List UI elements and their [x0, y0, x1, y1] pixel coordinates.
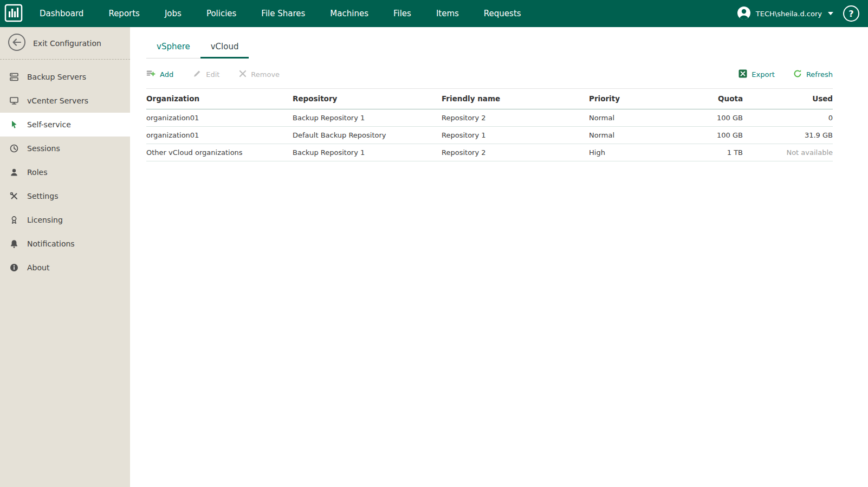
nav-requests[interactable]: Requests [471, 0, 534, 27]
help-label: ? [848, 9, 853, 19]
tab-vsphere[interactable]: vSphere [146, 37, 200, 59]
cell-organization: organization01 [146, 109, 293, 127]
sidebar-item-notifications[interactable]: Notifications [0, 232, 130, 256]
backup-servers-icon [9, 72, 20, 82]
sidebar-item-sessions[interactable]: Sessions [0, 137, 130, 160]
toolbar: Add Edit Remove [146, 69, 833, 80]
excel-export-icon [739, 69, 747, 80]
licensing-icon [9, 215, 20, 225]
column-header-used[interactable]: Used [743, 89, 833, 109]
remove-button[interactable]: Remove [239, 70, 280, 79]
settings-icon [9, 191, 20, 201]
sidebar-item-label: Settings [27, 192, 58, 200]
sidebar-item-label: About [27, 263, 49, 272]
nav-dashboard[interactable]: Dashboard [27, 0, 96, 27]
user-avatar-icon [737, 6, 751, 22]
top-nav: Dashboard Reports Jobs Policies File Sha… [27, 0, 534, 27]
sidebar-menu: Backup Servers vCenter Servers Self-s [0, 60, 130, 280]
column-header-repository[interactable]: Repository [293, 89, 442, 109]
column-header-priority[interactable]: Priority [589, 89, 686, 109]
page-layout: Exit Configuration Backup Servers [0, 27, 868, 487]
sidebar-item-backup-servers[interactable]: Backup Servers [0, 65, 130, 89]
cell-used: Not available [743, 144, 833, 161]
nav-reports[interactable]: Reports [96, 0, 152, 27]
table-row[interactable]: organization01 Backup Repository 1 Repos… [146, 109, 833, 127]
cell-friendly-name: Repository 2 [442, 144, 589, 161]
refresh-button[interactable]: Refresh [793, 69, 833, 80]
add-icon [146, 69, 156, 80]
sessions-icon [9, 144, 20, 153]
export-label: Export [752, 70, 775, 79]
cell-friendly-name: Repository 1 [442, 127, 589, 144]
sidebar-item-settings[interactable]: Settings [0, 184, 130, 208]
refresh-label: Refresh [806, 70, 833, 79]
nav-policies[interactable]: Policies [194, 0, 249, 27]
export-button[interactable]: Export [739, 69, 775, 80]
top-navigation-bar: Dashboard Reports Jobs Policies File Sha… [0, 0, 868, 27]
user-name: TECH\sheila.d.cory [756, 10, 822, 18]
chevron-down-icon [828, 12, 833, 15]
notifications-icon [9, 239, 20, 249]
remove-label: Remove [251, 70, 280, 79]
tab-vcloud[interactable]: vCloud [200, 37, 249, 59]
app-logo[interactable] [0, 4, 27, 24]
sidebar-item-label: Licensing [27, 216, 63, 224]
sidebar-item-label: vCenter Servers [27, 96, 88, 105]
cell-repository: Default Backup Repository [293, 127, 442, 144]
sidebar-item-roles[interactable]: Roles [0, 160, 130, 184]
nav-jobs[interactable]: Jobs [152, 0, 194, 27]
column-header-organization[interactable]: Organization [146, 89, 293, 109]
cell-used: 0 [743, 109, 833, 127]
nav-machines[interactable]: Machines [318, 0, 381, 27]
cell-quota: 100 GB [686, 109, 743, 127]
tab-bar: vSphere vCloud [146, 37, 249, 59]
sidebar-item-label: Notifications [27, 239, 75, 248]
configuration-sidebar: Exit Configuration Backup Servers [0, 27, 130, 487]
add-label: Add [160, 70, 173, 79]
topbar-right-area: TECH\sheila.d.cory ? [737, 5, 868, 22]
cell-quota: 1 TB [686, 144, 743, 161]
sidebar-item-about[interactable]: About [0, 256, 130, 280]
enterprise-manager-logo-icon [4, 4, 23, 24]
cell-organization: organization01 [146, 127, 293, 144]
sidebar-item-vcenter-servers[interactable]: vCenter Servers [0, 89, 130, 113]
toolbar-right-group: Export Refresh [720, 69, 833, 80]
edit-button[interactable]: Edit [193, 69, 219, 80]
main-content: vSphere vCloud Add [130, 27, 868, 487]
user-menu[interactable]: TECH\sheila.d.cory [737, 6, 833, 22]
sidebar-item-self-service[interactable]: Self-service [0, 113, 130, 137]
edit-label: Edit [206, 70, 219, 79]
column-header-friendly-name[interactable]: Friendly name [442, 89, 589, 109]
sidebar-item-licensing[interactable]: Licensing [0, 208, 130, 232]
nav-files[interactable]: Files [381, 0, 424, 27]
self-service-icon [9, 120, 20, 129]
cell-used: 31.9 GB [743, 127, 833, 144]
sidebar-item-label: Sessions [27, 144, 60, 153]
cell-priority: Normal [589, 127, 686, 144]
vcenter-servers-icon [9, 96, 20, 106]
column-header-quota[interactable]: Quota [686, 89, 743, 109]
sidebar-item-label: Self-service [27, 120, 71, 129]
table-row[interactable]: Other vCloud organizations Backup Reposi… [146, 144, 833, 161]
edit-pencil-icon [193, 69, 202, 80]
nav-file-shares[interactable]: File Shares [249, 0, 318, 27]
cell-priority: Normal [589, 109, 686, 127]
cell-friendly-name: Repository 2 [442, 109, 589, 127]
cell-priority: High [589, 144, 686, 161]
exit-configuration-label: Exit Configuration [33, 39, 101, 48]
cell-quota: 100 GB [686, 127, 743, 144]
remove-x-icon [239, 70, 247, 79]
add-button[interactable]: Add [146, 69, 173, 80]
sidebar-item-label: Roles [27, 168, 47, 177]
table-header-row: Organization Repository Friendly name Pr… [146, 89, 833, 109]
roles-icon [9, 167, 20, 177]
help-button[interactable]: ? [843, 5, 859, 22]
toolbar-left-group: Add Edit Remove [146, 69, 299, 80]
cell-repository: Backup Repository 1 [293, 144, 442, 161]
exit-configuration-button[interactable]: Exit Configuration [0, 27, 130, 60]
quota-table: Organization Repository Friendly name Pr… [146, 88, 833, 161]
back-arrow-icon [8, 33, 26, 53]
table-row[interactable]: organization01 Default Backup Repository… [146, 127, 833, 144]
refresh-icon [793, 69, 802, 80]
nav-items[interactable]: Items [424, 0, 471, 27]
